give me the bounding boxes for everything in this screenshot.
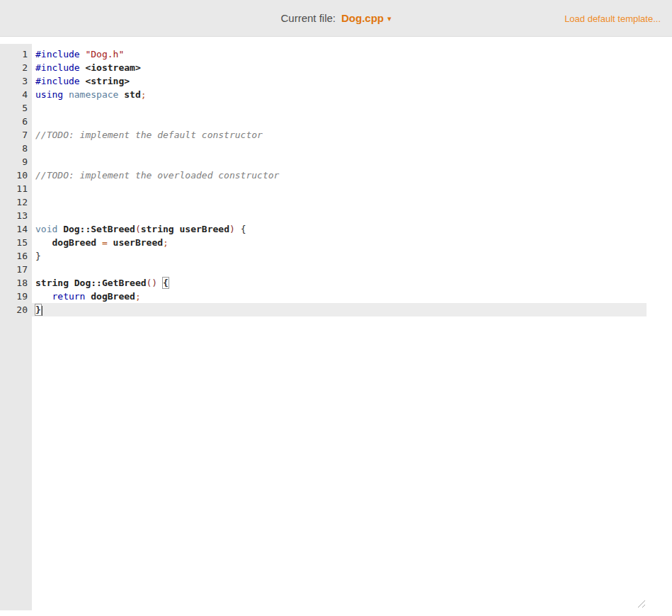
token: #include — [35, 49, 80, 59]
token: userBreed — [180, 224, 229, 234]
line-number: 10 — [0, 169, 32, 182]
code-line[interactable]: dogBreed = userBreed; — [32, 236, 647, 249]
token — [96, 237, 102, 248]
line-number: 9 — [0, 155, 32, 169]
line-number: 1 — [0, 47, 32, 61]
chevron-down-icon: ▾ — [387, 13, 392, 23]
code-line[interactable]: #include "Dog.h" — [32, 47, 647, 61]
line-number: 18 — [0, 276, 32, 290]
token: using — [35, 89, 63, 100]
line-number: 12 — [0, 195, 32, 209]
code-line[interactable]: void Dog::SetBreed(string userBreed) { — [32, 222, 647, 236]
line-number: 5 — [0, 101, 32, 115]
gutter: 1234567891011121314151617181920 — [0, 44, 32, 610]
code-line[interactable]: string Dog::GetBreed() { — [32, 276, 647, 290]
current-file-label: Current file: — [280, 12, 336, 24]
token: = — [102, 237, 108, 248]
token: <iostream> — [85, 62, 140, 73]
token: ) — [229, 224, 235, 234]
code-line[interactable]: //TODO: implement the overloaded constru… — [32, 169, 647, 182]
line-number: 13 — [0, 209, 32, 222]
token: void — [35, 224, 57, 234]
line-number: 8 — [0, 142, 32, 155]
token: Dog::SetBreed — [63, 224, 135, 234]
line-number: 14 — [0, 222, 32, 236]
code-area[interactable]: #include "Dog.h"#include <iostream>#incl… — [32, 44, 647, 610]
token: return — [52, 291, 85, 302]
text-cursor — [42, 306, 42, 316]
token — [57, 224, 63, 234]
token: #include — [35, 62, 80, 73]
token — [63, 89, 69, 100]
code-line[interactable] — [32, 155, 647, 169]
line-number: 17 — [0, 263, 32, 276]
file-dropdown[interactable]: Dog.cpp ▾ — [341, 12, 392, 24]
token: //TODO: implement the overloaded constru… — [35, 170, 279, 181]
token: ; — [135, 291, 141, 302]
line-number: 4 — [0, 88, 32, 101]
token: dogBreed — [52, 237, 96, 248]
token: string — [141, 224, 174, 234]
code-line[interactable]: return dogBreed; — [32, 290, 647, 303]
code-line[interactable]: } — [32, 249, 647, 263]
code-line[interactable]: } — [32, 303, 647, 316]
token: () — [147, 278, 158, 288]
token: dogBreed — [91, 291, 135, 302]
token: namespace — [69, 89, 118, 100]
code-line[interactable] — [32, 115, 647, 128]
line-number: 20 — [0, 303, 32, 316]
token: { — [241, 224, 246, 234]
line-number: 19 — [0, 290, 32, 303]
token — [108, 237, 113, 248]
line-number: 2 — [0, 61, 32, 74]
line-number: 7 — [0, 128, 32, 142]
editor-topbar: Current file: Dog.cpp ▾ Load default tem… — [0, 0, 672, 37]
code-line[interactable]: #include <iostream> — [32, 61, 647, 74]
token: ; — [163, 237, 169, 248]
token: Dog::GetBreed — [74, 278, 147, 288]
code-line[interactable] — [32, 182, 647, 195]
code-line[interactable]: using namespace std; — [32, 88, 647, 101]
token: "Dog.h" — [85, 49, 124, 59]
token — [35, 291, 52, 302]
token — [69, 278, 74, 288]
token: } — [35, 251, 41, 261]
line-number: 11 — [0, 182, 32, 195]
token: ( — [135, 224, 141, 234]
load-default-template-link[interactable]: Load default template... — [564, 13, 661, 23]
line-number: 15 — [0, 236, 32, 249]
line-number: 16 — [0, 249, 32, 263]
code-line[interactable] — [32, 263, 647, 276]
token: } — [35, 304, 41, 315]
code-line[interactable] — [32, 101, 647, 115]
code-line[interactable] — [32, 209, 647, 222]
token: userBreed — [113, 237, 163, 248]
code-line[interactable] — [32, 142, 647, 155]
token: string — [35, 278, 69, 288]
line-number: 3 — [0, 74, 32, 88]
code-line[interactable]: #include <string> — [32, 74, 647, 88]
token: ; — [141, 89, 147, 100]
token — [235, 224, 241, 234]
code-editor[interactable]: 1234567891011121314151617181920 #include… — [0, 44, 647, 610]
token: //TODO: implement the default constructo… — [35, 130, 263, 140]
file-name: Dog.cpp — [341, 12, 384, 24]
token — [157, 278, 163, 288]
token: <string> — [85, 76, 130, 86]
token: std — [124, 89, 140, 100]
token — [174, 224, 180, 234]
token — [35, 237, 52, 248]
line-number: 6 — [0, 115, 32, 128]
token: { — [163, 278, 169, 288]
token: #include — [35, 76, 80, 86]
current-file-group: Current file: Dog.cpp ▾ — [280, 12, 391, 24]
code-line[interactable] — [32, 195, 647, 209]
code-line[interactable]: //TODO: implement the default constructo… — [32, 128, 647, 142]
